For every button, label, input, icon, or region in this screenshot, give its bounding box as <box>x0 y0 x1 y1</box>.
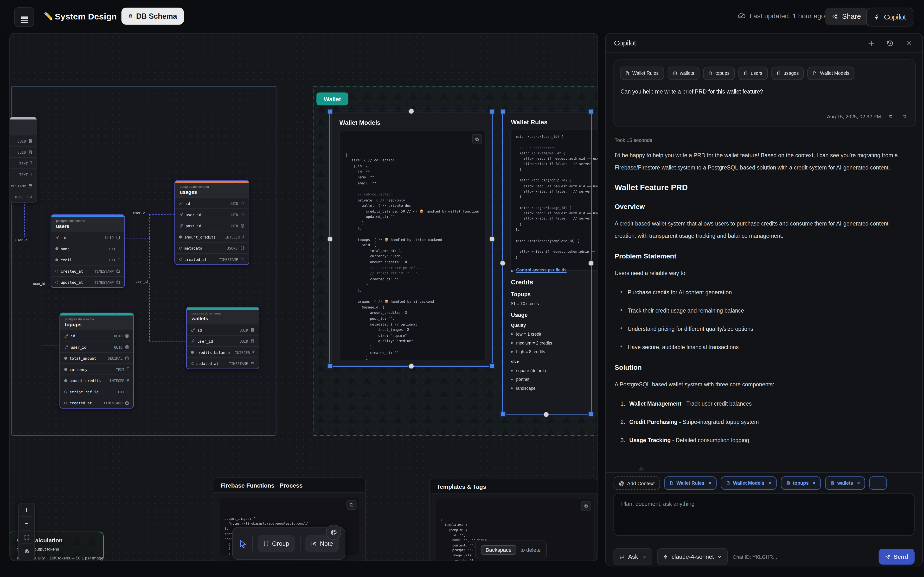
selection-handle[interactable] <box>489 109 494 114</box>
table-usages[interactable]: postgres.db.schema usages idUUIDuser_idU… <box>174 180 249 265</box>
menu-button[interactable] <box>14 7 34 27</box>
context-chip-clipped[interactable] <box>869 476 887 490</box>
context-chip-topups[interactable]: topups <box>703 67 735 80</box>
table-field-row[interactable]: UUID <box>10 146 37 157</box>
table-field-row[interactable]: INTEGER# <box>10 191 37 202</box>
copy-message-button[interactable] <box>886 112 895 121</box>
table-field-row[interactable]: idUUID <box>51 231 124 243</box>
remove-chip-icon[interactable]: × <box>813 480 816 486</box>
send-button[interactable]: Send <box>878 549 914 564</box>
table-field-row[interactable]: TEXTT <box>10 168 37 180</box>
code-line: $tempId: { <box>441 527 589 532</box>
selection-handle[interactable] <box>408 108 414 114</box>
table-field-row[interactable]: idUUID <box>187 324 258 335</box>
close-button[interactable] <box>902 37 915 50</box>
table-field-row[interactable]: total_amountDECIMAL <box>60 352 133 363</box>
selection-handle[interactable] <box>588 109 593 114</box>
remove-chip-icon[interactable]: × <box>768 480 771 486</box>
table-users[interactable]: postgres.db.schema users idUUIDnameTEXTT… <box>51 214 125 288</box>
table-field-row[interactable]: UUID <box>10 135 37 146</box>
table-field-row[interactable]: user_idUUID <box>60 341 133 352</box>
context-chip-topups[interactable]: topups× <box>780 476 821 490</box>
selection-handle[interactable] <box>588 260 594 266</box>
prompt-input[interactable]: Plan, document, ask anything <box>613 493 914 536</box>
table-field-row[interactable]: amount_creditsINTEGER# <box>175 231 249 242</box>
context-chip-wallets[interactable]: wallets <box>667 67 699 80</box>
control-access-link[interactable]: Control access per fields <box>516 268 567 272</box>
selection-handle[interactable] <box>408 363 414 369</box>
table-field-row[interactable]: currencyTEXTT <box>60 363 133 375</box>
selection-handle[interactable] <box>500 260 506 266</box>
select-cursor-icon[interactable] <box>239 539 247 548</box>
fit-view-button[interactable] <box>19 530 34 543</box>
zoom-in-button[interactable]: + <box>19 503 34 516</box>
context-chip-wallet-rules[interactable]: Wallet Rules <box>620 67 664 80</box>
model-select[interactable]: claude-4-sonnet <box>657 548 728 565</box>
selection-handle[interactable] <box>489 363 494 369</box>
selection-handle[interactable] <box>328 109 333 114</box>
wallet-models-code[interactable]: { users: { // collection $uid: { id: "" … <box>339 131 486 360</box>
copilot-toggle-button[interactable]: Copilot <box>866 8 914 26</box>
palette-button[interactable] <box>326 525 341 540</box>
remove-chip-icon[interactable]: × <box>857 480 860 486</box>
table-field-row[interactable]: updated_atTIMESTAMP <box>187 358 258 369</box>
credits-heading: Credits <box>511 279 594 285</box>
copy-button[interactable] <box>347 500 357 510</box>
table-field-row[interactable]: TEXTT <box>10 157 37 169</box>
context-chip-wallet-models[interactable]: Wallet Models <box>808 67 855 80</box>
context-chip-wallet-models[interactable]: Wallet Models× <box>720 476 777 490</box>
selection-handle[interactable] <box>328 363 333 369</box>
table-field-row[interactable]: user_idUUID <box>187 335 258 346</box>
add-context-button[interactable]: @ Add Context <box>613 476 660 490</box>
table-field-row[interactable]: credits_balanceINTEGER# <box>187 346 258 358</box>
selection-handle[interactable] <box>327 236 333 242</box>
table-field-row[interactable]: idUUID <box>175 197 249 208</box>
table-field-row[interactable]: user_idUUID <box>175 208 249 220</box>
tab-db-schema[interactable]: DB Schema <box>121 8 184 25</box>
copy-button[interactable] <box>581 501 591 511</box>
table-field-row[interactable]: created_atTIMESTAMP <box>60 397 133 408</box>
selection-handle[interactable] <box>489 236 495 242</box>
table-field-row[interactable]: amount_creditsINTEGER# <box>60 375 133 386</box>
selection-handle[interactable] <box>500 412 506 417</box>
wallet-group-label[interactable]: Wallet <box>317 92 348 105</box>
zoom-out-button[interactable]: − <box>19 517 34 530</box>
context-chip-users[interactable]: users <box>738 67 767 80</box>
lock-button[interactable] <box>19 544 34 557</box>
schema-canvas[interactable]: Wallet user_id user_id user_id user_id U… <box>10 33 598 561</box>
remove-chip-icon[interactable]: × <box>708 480 711 486</box>
context-chip-usages[interactable]: usages <box>771 67 804 80</box>
field-name: name <box>61 247 69 250</box>
required-icon <box>64 367 67 371</box>
copy-button[interactable] <box>472 134 482 144</box>
share-button[interactable]: Share <box>825 8 868 25</box>
new-chat-button[interactable] <box>864 37 877 50</box>
table-field-row[interactable]: metadataJSONB{} <box>175 242 249 253</box>
selection-handle[interactable] <box>500 109 506 114</box>
history-button[interactable] <box>883 37 897 50</box>
table-partial[interactable]: UUIDUUIDTEXTTTEXTTTIMESTAMPINTEGER# <box>10 117 37 203</box>
table-field-row[interactable]: TIMESTAMP <box>10 180 37 191</box>
field-type: TEXT <box>19 172 27 176</box>
table-field-row[interactable]: post_idUUID <box>175 219 249 231</box>
table-field-row[interactable]: nameTEXTT <box>51 243 124 254</box>
wallet-rules-panel[interactable]: Wallet Rules match /users/{user_id} { //… <box>504 113 598 414</box>
table-field-row[interactable]: stripe_ref_idTEXTT <box>60 386 133 397</box>
delete-message-button[interactable] <box>900 112 909 121</box>
table-field-row[interactable]: emailTEXTT <box>51 254 124 265</box>
database-icon <box>241 212 244 216</box>
context-chip-wallet-rules[interactable]: Wallet Rules× <box>664 476 717 490</box>
selection-handle[interactable] <box>588 412 593 417</box>
group-button[interactable]: Group <box>257 535 295 552</box>
mode-select[interactable]: Ask <box>613 548 652 565</box>
context-chip-wallets[interactable]: wallets× <box>825 476 865 490</box>
table-field-row[interactable]: idUUID <box>60 330 133 341</box>
wallet-models-panel[interactable]: Wallet Models { users: { // collection $… <box>331 113 491 366</box>
selection-handle[interactable] <box>543 412 549 417</box>
table-field-row[interactable]: created_atTIMESTAMP <box>51 265 124 276</box>
table-topups[interactable]: postgres.db.schema topups idUUIDuser_idU… <box>60 313 134 408</box>
table-field-row[interactable]: updated_atTIMESTAMP <box>51 276 124 287</box>
table-wallets[interactable]: postgres.db.schema wallets idUUIDuser_id… <box>186 307 259 369</box>
table-field-row[interactable]: created_atTIMESTAMP <box>175 253 249 264</box>
wallet-rules-code[interactable]: match /users/{user_id} { // sub-collecti… <box>510 130 598 271</box>
